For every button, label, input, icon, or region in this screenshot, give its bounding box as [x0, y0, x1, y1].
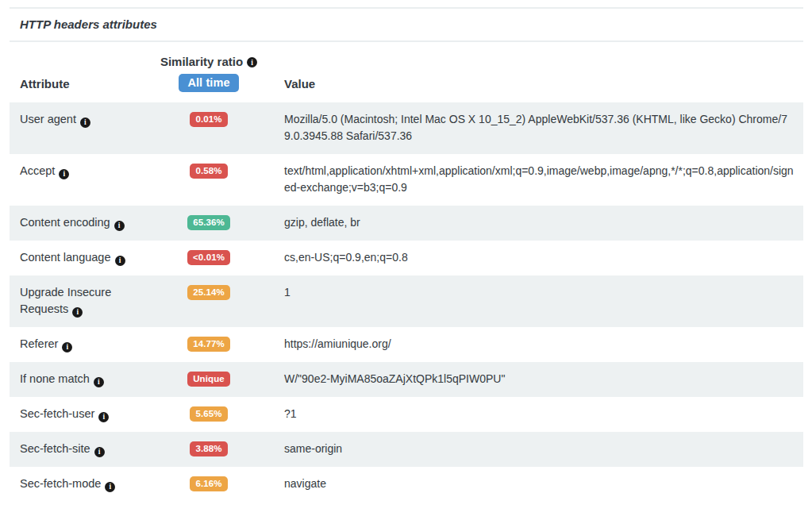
table-header-row: Attribute Similarity ratio i All time Va…: [10, 42, 803, 102]
attribute-cell: Sec-fetch-useri: [20, 406, 163, 422]
attribute-value: https://amiunique.org/: [255, 336, 794, 352]
similarity-ratio-text: Similarity ratio: [160, 55, 243, 68]
similarity-cell: 0.01%: [163, 111, 255, 127]
similarity-cell: 0.58%: [163, 163, 255, 179]
info-icon[interactable]: i: [114, 221, 125, 231]
attribute-value: Mozilla/5.0 (Macintosh; Intel Mac OS X 1…: [255, 111, 794, 144]
panel-title: HTTP headers attributes: [20, 17, 793, 31]
similarity-cell: 25.14%: [163, 284, 255, 300]
attribute-name: Upgrade Insecure Requests: [20, 286, 111, 315]
similarity-badge: <0.01%: [187, 250, 230, 265]
info-icon[interactable]: i: [247, 57, 257, 67]
attribute-value: ?1: [255, 406, 794, 422]
similarity-badge: 0.58%: [190, 164, 227, 179]
table-body: User agenti 0.01% Mozilla/5.0 (Macintosh…: [10, 102, 803, 502]
similarity-badge: 0.01%: [190, 112, 227, 127]
attribute-value: same-origin: [255, 441, 794, 457]
attributes-table: Attribute Similarity ratio i All time Va…: [10, 42, 803, 502]
similarity-cell: 6.16%: [163, 476, 255, 491]
similarity-cell: <0.01%: [163, 249, 255, 265]
similarity-cell: 3.88%: [163, 441, 255, 456]
table-row: Accepti 0.58% text/html,application/xhtm…: [10, 154, 803, 206]
info-icon[interactable]: i: [59, 169, 69, 179]
table-row: Refereri 14.77% https://amiunique.org/: [10, 327, 803, 362]
attribute-cell: Sec-fetch-modei: [20, 476, 163, 492]
attribute-name: Referer: [20, 337, 58, 350]
similarity-badge: 5.65%: [190, 406, 227, 422]
attribute-value: navigate: [255, 476, 794, 492]
table-row: Content languagei <0.01% cs,en-US;q=0.9,…: [10, 241, 803, 275]
attribute-cell: Refereri: [20, 336, 163, 352]
similarity-badge: 65.36%: [187, 215, 230, 230]
table-row: Sec-fetch-useri 5.65% ?1: [10, 397, 803, 432]
info-icon[interactable]: i: [115, 256, 125, 266]
similarity-cell: Unique: [163, 371, 255, 387]
attribute-name: Content encoding: [20, 216, 110, 229]
attribute-value: 1: [255, 284, 794, 301]
table-row: Sec-fetch-sitei 3.88% same-origin: [10, 432, 803, 467]
attribute-value: cs,en-US;q=0.9,en;q=0.8: [255, 249, 794, 266]
info-icon[interactable]: i: [98, 412, 109, 422]
attribute-name: If none match: [20, 372, 90, 385]
similarity-cell: 5.65%: [163, 406, 255, 422]
all-time-badge[interactable]: All time: [179, 74, 238, 92]
info-icon[interactable]: i: [105, 482, 115, 492]
similarity-badge: 6.16%: [190, 476, 227, 491]
info-icon[interactable]: i: [72, 307, 83, 318]
similarity-cell: 14.77%: [163, 336, 255, 352]
column-header-similarity: Similarity ratio i All time: [160, 55, 257, 92]
attribute-cell: Upgrade Insecure Requestsi: [20, 284, 163, 318]
panel-header: HTTP headers attributes: [10, 7, 803, 42]
attribute-value: gzip, deflate, br: [255, 214, 794, 231]
similarity-cell: 65.36%: [163, 214, 255, 230]
info-icon[interactable]: i: [94, 447, 105, 457]
attribute-name: Accept: [20, 164, 55, 177]
similarity-ratio-label: Similarity ratio i: [160, 55, 257, 68]
info-icon[interactable]: i: [62, 342, 72, 352]
http-headers-panel: HTTP headers attributes Attribute Simila…: [10, 7, 803, 502]
attribute-value: text/html,application/xhtml+xml,applicat…: [255, 163, 794, 196]
attribute-name: Content language: [20, 251, 111, 264]
similarity-badge: 25.14%: [187, 285, 230, 300]
similarity-badge: 14.77%: [187, 337, 230, 352]
table-row: Content encodingi 65.36% gzip, deflate, …: [10, 206, 803, 241]
table-row: Sec-fetch-modei 6.16% navigate: [10, 467, 803, 502]
attribute-cell: Content encodingi: [20, 214, 163, 231]
column-header-attribute: Attribute: [20, 75, 163, 92]
table-row: If none matchi Unique W/"90e2-MyiMA85oaZ…: [10, 362, 803, 397]
attribute-cell: Accepti: [20, 163, 163, 179]
table-row: Upgrade Insecure Requestsi 25.14% 1: [10, 275, 803, 327]
column-header-value: Value: [255, 75, 794, 92]
similarity-badge: 3.88%: [190, 441, 227, 456]
info-icon[interactable]: i: [80, 117, 90, 128]
attribute-cell: User agenti: [20, 111, 163, 128]
info-icon[interactable]: i: [94, 377, 104, 387]
attribute-cell: If none matchi: [20, 371, 163, 387]
attribute-value: W/"90e2-MyiMA85oaZAjXtQPk1l5qPIW0PU": [255, 371, 794, 387]
attribute-name: Sec-fetch-site: [20, 442, 90, 455]
attribute-name: User agent: [20, 113, 76, 125]
attribute-name: Sec-fetch-user: [20, 407, 94, 420]
table-row: User agenti 0.01% Mozilla/5.0 (Macintosh…: [10, 102, 803, 154]
attribute-name: Sec-fetch-mode: [20, 477, 101, 490]
attribute-cell: Sec-fetch-sitei: [20, 441, 163, 457]
attribute-cell: Content languagei: [20, 249, 163, 266]
similarity-badge: Unique: [187, 372, 230, 387]
